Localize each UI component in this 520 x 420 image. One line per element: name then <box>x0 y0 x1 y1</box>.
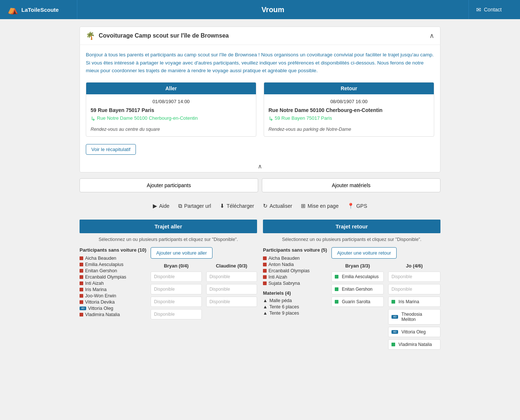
status-dot-number: 40 <box>80 307 86 310</box>
status-dot <box>391 343 395 346</box>
car-slot[interactable]: Disponible <box>151 284 201 294</box>
gps-icon: 📍 <box>347 203 354 209</box>
trajet-aller-header: Trajet aller <box>80 220 257 233</box>
aide-button[interactable]: ▶ Aide <box>153 203 169 209</box>
trip-collapse-button[interactable]: ∧ <box>429 32 434 40</box>
refresh-icon: ↻ <box>263 203 268 209</box>
retour-header: Retour <box>264 83 434 94</box>
materiels-title: Materiels (4) <box>263 290 327 296</box>
participant-name: Vittoria Devika <box>85 300 115 305</box>
list-item: Vladimira Natalia <box>80 312 146 317</box>
list-item: Anton Nadia <box>263 262 327 267</box>
logo[interactable]: ⛺ LaToileScoute <box>0 0 77 19</box>
car-slot[interactable]: Enitan Gershon <box>331 284 384 294</box>
add-car-aller-button[interactable]: Ajouter une voiture aller <box>151 247 212 259</box>
car-slot[interactable]: Disponible <box>388 284 440 294</box>
partager-label: Partager url <box>184 203 211 209</box>
status-dot <box>335 287 338 291</box>
status-dot <box>80 256 83 260</box>
trip-title: 🌴 Covoiturage Camp scout sur l'île de Br… <box>86 31 229 40</box>
trip-description: Bonjour à tous les parents et participan… <box>86 51 434 75</box>
trip-icon: 🌴 <box>86 31 95 40</box>
actualiser-button[interactable]: ↻ Actualiser <box>263 203 292 209</box>
list-item: Sujata Sabryna <box>263 281 327 286</box>
add-participants-button[interactable]: Ajouter participants <box>80 178 258 192</box>
aller-note: Rendez-vous au centre du square <box>91 127 252 132</box>
car-claudine-aller: Claudine (0/3) Disponible Disponible Dis… <box>206 263 257 309</box>
participant-name: Emilia Aesculapius <box>85 262 123 267</box>
car-slot[interactable]: Disponible <box>206 297 257 307</box>
list-item: 40 Vittoria Oleg <box>80 306 146 311</box>
trajet-retour-subtitle: Sélectionnez un ou plusieurs participant… <box>263 237 440 242</box>
materiel-item: ▲ Tente 6 places <box>263 304 327 309</box>
status-dot <box>335 275 338 279</box>
retour-participants: Aicha Beauden Anton Nadia Ercanbald Olym… <box>263 256 327 286</box>
contact-link[interactable]: ✉ Contact <box>468 0 520 19</box>
telecharger-button[interactable]: ⬇ Télécharger <box>220 203 254 209</box>
aller-from: 59 Rue Bayen 75017 Paris <box>91 107 252 113</box>
car-slot[interactable]: 40Vittoria Oleg <box>388 327 440 337</box>
collapse-button[interactable]: ∧ <box>80 161 440 172</box>
status-dot <box>80 269 83 273</box>
materiel-name: Tente 6 places <box>269 304 299 309</box>
retour-participants-list: Participants sans voiture (5) Aicha Beau… <box>263 247 327 352</box>
participant-name: Iris Marina <box>85 287 106 292</box>
aller-cars-area: Ajouter une voiture aller Bryan (0/4) Di… <box>151 247 257 322</box>
participant-name: Aicha Beauden <box>268 256 300 261</box>
trajet-aller-subtitle: Sélectionnez un ou plusieurs participant… <box>80 237 257 242</box>
materiel-item: ▲ Malle péda <box>263 298 327 303</box>
participant-name: Ercanbald Olympias <box>268 268 310 273</box>
gps-button[interactable]: 📍 GPS <box>347 203 367 209</box>
trip-title-text: Covoiturage Camp scout sur l'île de Brow… <box>99 32 229 39</box>
header-title: Vroum <box>77 6 468 14</box>
aller-cars: Bryan (0/4) Disponible Disponible Dispon… <box>151 263 257 322</box>
car-jo-retour-header: Jo (4/6) <box>388 263 440 269</box>
car-jo-retour: Jo (4/6) Disponible Disponible Iris Mari… <box>388 263 440 352</box>
trajet-retour-section: Trajet retour Sélectionnez un ou plusieu… <box>263 220 440 352</box>
list-item: Joo-Won Erwin <box>80 293 146 298</box>
participant-name: Enitan Gershon <box>85 268 117 273</box>
gps-label: GPS <box>356 203 367 209</box>
actualiser-label: Actualiser <box>270 203 292 209</box>
mail-icon: ✉ <box>476 6 481 13</box>
car-slot[interactable]: Disponible <box>206 284 257 294</box>
status-dot-number: 40 <box>391 315 398 319</box>
journey-sections: Trajet aller Sélectionnez un ou plusieur… <box>80 220 440 352</box>
participant-name: Sujata Sabryna <box>268 281 300 286</box>
add-materiels-button[interactable]: Ajouter matériels <box>262 178 440 192</box>
participant-name: Anton Nadia <box>268 262 294 267</box>
contact-label: Contact <box>484 7 502 13</box>
main-content: 🌴 Covoiturage Camp scout sur l'île de Br… <box>76 27 444 352</box>
aller-to: ↳ Rue Notre Dame 50100 Cherbourg-en-Cote… <box>91 115 252 123</box>
header: ⛺ LaToileScoute Vroum ✉ Contact <box>0 0 520 19</box>
mise-en-page-button[interactable]: ⊞ Mise en page <box>301 203 338 209</box>
participant-name: Inti Aizah <box>85 281 104 286</box>
car-slot[interactable]: Disponible <box>151 309 201 319</box>
car-slot[interactable]: Emilia Aesculapius <box>331 272 384 282</box>
materiel-icon: ▲ <box>263 298 267 303</box>
list-item: Aicha Beauden <box>263 256 327 261</box>
logo-icon: ⛺ <box>7 4 18 15</box>
car-slot[interactable]: Disponible <box>388 272 440 282</box>
recap-button[interactable]: Voir le récapitulatif <box>86 144 136 155</box>
car-slot[interactable]: Disponible <box>151 272 201 282</box>
car-slot[interactable]: Disponible <box>151 297 201 307</box>
add-car-retour-button[interactable]: Ajouter une voiture retour <box>331 247 397 259</box>
car-slot[interactable]: 40Theodosia Meliton <box>388 309 440 325</box>
materiel-name: Tente 9 places <box>269 311 299 316</box>
toolbar: ▶ Aide ⧉ Partager url ⬇ Télécharger ↻ Ac… <box>80 198 440 214</box>
participant-name: Joo-Won Erwin <box>85 293 116 298</box>
trip-card-header: 🌴 Covoiturage Camp scout sur l'île de Br… <box>80 27 440 45</box>
materiels-section: Materiels (4) ▲ Malle péda ▲ Tente 6 pla… <box>263 290 327 316</box>
car-slot[interactable]: Disponible <box>206 272 257 282</box>
partager-button[interactable]: ⧉ Partager url <box>178 203 211 209</box>
car-slot[interactable]: Guarin Sarolta <box>331 297 384 307</box>
retour-body: 08/08/1907 16:00 Rue Notre Dame 50100 Ch… <box>264 94 434 136</box>
car-slot[interactable]: Vladimira Natalia <box>388 339 440 350</box>
journey-row: Aller 01/08/1907 14:00 59 Rue Bayen 7501… <box>86 82 434 137</box>
status-dot <box>263 275 267 279</box>
retour-cars-header: Ajouter une voiture retour <box>331 247 440 259</box>
status-dot-number: 40 <box>391 330 398 334</box>
retour-inner: Participants sans voiture (5) Aicha Beau… <box>263 247 440 352</box>
car-slot[interactable]: Iris Marina <box>388 297 440 307</box>
